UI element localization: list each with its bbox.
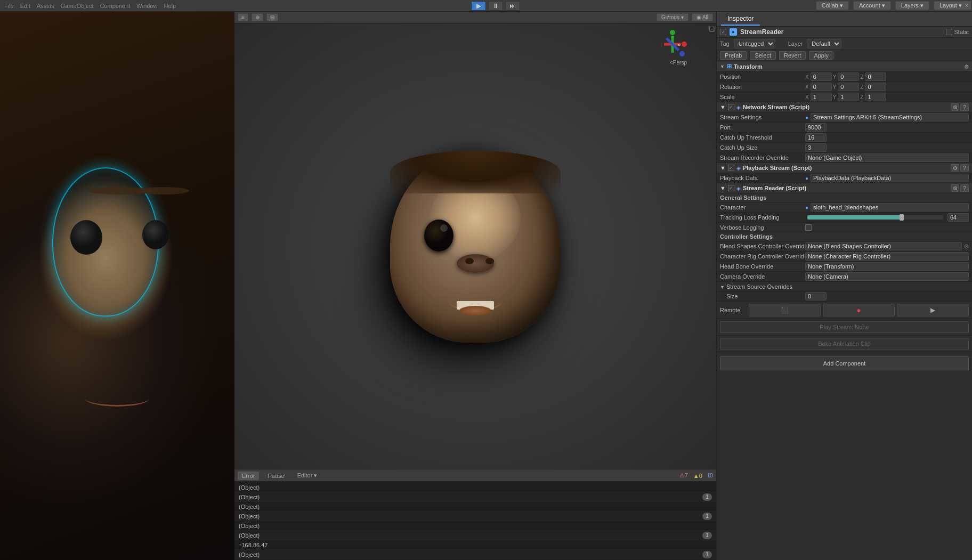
viewport-maximize[interactable]: ⊡	[709, 25, 715, 33]
console-error-tab[interactable]: Error	[238, 472, 259, 480]
comp-action-btns: ⚙ ?	[951, 103, 969, 111]
remote-record-btn[interactable]	[823, 304, 895, 316]
account-button[interactable]: Account ▾	[853, 1, 891, 10]
position-y[interactable]: 0	[838, 72, 859, 81]
console-item[interactable]: ↑168.86.47 1	[234, 540, 716, 550]
stop-icon: ⬛	[781, 306, 789, 314]
static-label: Static	[954, 29, 969, 35]
active-checkbox[interactable]	[720, 29, 726, 35]
blend-shapes-field[interactable]: None (Blend Shapes Controller)	[805, 242, 962, 250]
prefab-apply-btn[interactable]: Apply	[809, 51, 833, 60]
gameobject-menu[interactable]: GameObject	[61, 3, 94, 9]
scale-z[interactable]: 1	[865, 93, 886, 101]
console-item[interactable]: (Object) 1	[234, 502, 716, 512]
prefab-select-btn[interactable]: Select	[750, 51, 776, 60]
port-field[interactable]: 9000	[805, 123, 827, 132]
network-stream-arrow: ▼	[720, 104, 726, 110]
verbose-checkbox[interactable]	[805, 224, 812, 231]
play-button[interactable]: ▶	[471, 1, 486, 11]
gizmos-button[interactable]: Gizmos ▾	[657, 13, 689, 21]
file-menu[interactable]: File	[4, 3, 14, 9]
mouth	[85, 391, 149, 407]
stream-recorder-field[interactable]: None (Game Object)	[805, 153, 969, 162]
console-item[interactable]: (Object) 1	[234, 521, 716, 531]
viewport-container: ≡ ⊕ ⊟ Gizmos ▾ ◉ All ×	[234, 12, 716, 560]
character-field[interactable]: sloth_head_blendshapes	[811, 203, 969, 212]
catchup-threshold-field[interactable]: 16	[805, 133, 827, 142]
window-menu[interactable]: Window	[136, 3, 157, 9]
step-button[interactable]: ⏭	[505, 1, 520, 11]
component-menu[interactable]: Component	[100, 3, 130, 9]
position-x[interactable]: 0	[811, 72, 832, 81]
sloth-head	[390, 151, 561, 343]
tracking-loss-slider[interactable]	[807, 215, 943, 220]
layer-dropdown[interactable]: Default	[807, 39, 841, 48]
playback-help-btn[interactable]: ?	[960, 164, 969, 172]
stream-reader-header[interactable]: ▼ ◈ Stream Reader (Script) ⚙ ?	[717, 183, 972, 193]
console-item[interactable]: (Object) 1	[234, 483, 716, 492]
head-bone-field[interactable]: None (Transform)	[805, 262, 969, 271]
console-item[interactable]: (Object) 1	[234, 492, 716, 502]
console-editor-tab[interactable]: Editor ▾	[293, 471, 322, 480]
playback-data-field[interactable]: PlaybackData (PlaybackData)	[811, 174, 969, 182]
slider-thumb[interactable]	[900, 214, 904, 221]
console-item[interactable]: (Object) 1	[234, 550, 716, 559]
playback-enabled[interactable]	[728, 165, 734, 171]
3d-viewport[interactable]: x <Persp ⊡	[234, 23, 716, 469]
prefab-revert-btn[interactable]: Revert	[779, 51, 806, 60]
char-rig-field[interactable]: None (Character Rig Controller)	[805, 252, 969, 261]
inspector-tab[interactable]: Inspector	[721, 13, 760, 26]
scale-x[interactable]: 1	[811, 93, 832, 101]
prefab-open-btn[interactable]: Prefab	[720, 51, 747, 60]
catchup-size-field[interactable]: 3	[805, 143, 827, 152]
play-stream-row: Play Stream: None	[717, 319, 972, 336]
catchup-threshold-value: 16	[805, 133, 969, 142]
comp-help-btn[interactable]: ?	[960, 103, 969, 111]
stream-settings-field[interactable]: Stream Settings ARKit-5 (StreamSettings)	[811, 113, 969, 121]
stream-reader-settings-btn[interactable]: ⚙	[951, 184, 959, 192]
tracking-loss-field[interactable]: 64	[947, 213, 969, 222]
rotation-x[interactable]: 0	[811, 83, 832, 91]
console-item[interactable]: (Object) 1	[234, 531, 716, 540]
stream-settings-label: Stream Settings	[720, 114, 805, 120]
play-stream-button[interactable]: Play Stream: None	[720, 321, 969, 333]
help-menu[interactable]: Help	[164, 3, 176, 9]
pause-button[interactable]: ⏸	[488, 1, 503, 11]
remote-stop-btn[interactable]: ⬛	[749, 304, 821, 316]
transform-header[interactable]: ▼ ⊞ Transform ⚙	[717, 61, 972, 72]
sloth-render	[234, 23, 716, 469]
stream-reader-help-btn[interactable]: ?	[960, 184, 969, 192]
network-stream-enabled[interactable]	[728, 104, 734, 110]
assets-menu[interactable]: Assets	[37, 3, 54, 9]
comp-settings-btn[interactable]: ⚙	[951, 103, 959, 111]
console-item[interactable]: (Object) 1	[234, 512, 716, 521]
collab-button[interactable]: Collab ▾	[816, 1, 849, 10]
stream-reader-enabled[interactable]	[728, 185, 734, 191]
tag-dropdown[interactable]: Untagged	[734, 39, 775, 48]
static-checkbox[interactable]	[946, 29, 952, 35]
playback-settings-btn[interactable]: ⚙	[951, 164, 959, 172]
playback-stream-header[interactable]: ▼ ◈ Playback Stream (Script) ⚙ ?	[717, 163, 972, 173]
all-button[interactable]: ◉ All	[692, 13, 713, 21]
camera-field[interactable]: None (Camera)	[805, 272, 969, 281]
camera-label: Camera Override	[720, 273, 805, 280]
scene-btn[interactable]: ≡	[238, 13, 248, 21]
y-label: Y	[833, 74, 837, 80]
network-stream-header[interactable]: ▼ ◈ Network Stream (Script) ⚙ ?	[717, 102, 972, 112]
viewport-btn3[interactable]: ⊟	[266, 13, 278, 21]
console-panel: Error Pause Editor ▾ ⚠7 ▲0 ℹ0 (Object) 1…	[234, 469, 716, 560]
console-pause-tab[interactable]: Pause	[263, 472, 288, 480]
rotation-y[interactable]: 0	[838, 83, 859, 91]
bake-animation-button[interactable]: Bake Animation Clip	[720, 338, 969, 350]
remote-play-btn[interactable]	[897, 304, 969, 316]
sz-label: Z	[860, 94, 863, 100]
scale-y[interactable]: 1	[838, 93, 859, 101]
layers-button[interactable]: Layers ▾	[895, 1, 929, 10]
position-z[interactable]: 0	[865, 72, 886, 81]
add-component-button[interactable]: Add Component	[720, 356, 969, 370]
rotation-z[interactable]: 0	[865, 83, 886, 91]
blend-shapes-arrow[interactable]: ⊙	[964, 243, 969, 250]
viewport-btn2[interactable]: ⊕	[252, 13, 263, 21]
size-field[interactable]: 0	[805, 292, 827, 301]
edit-menu[interactable]: Edit	[20, 3, 30, 9]
